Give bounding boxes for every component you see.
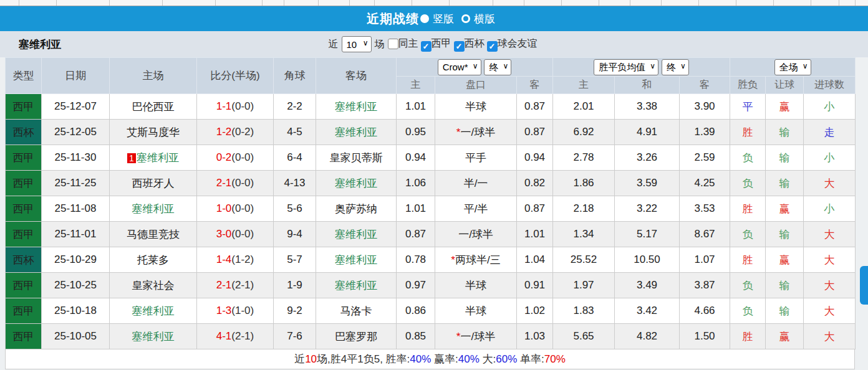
eu-draw-odds: 3.22 [615, 196, 680, 222]
table-column-divider [493, 0, 493, 6]
ah-home-odds: 0.95 [397, 120, 435, 145]
team-name-text: 塞维利亚 [132, 203, 175, 215]
half-time-score: (0-0) [231, 151, 254, 163]
home-team-cell: 塞维利亚 [110, 324, 197, 349]
col-header-home: 主场 [110, 58, 197, 94]
full-time-score: 3-0 [216, 228, 232, 240]
ah-line: *一/球半 [435, 324, 517, 349]
corners-cell: 7-6 [274, 324, 316, 349]
table-column-divider [736, 0, 736, 6]
team-name-text: 艾斯马度华 [127, 126, 180, 138]
half-time-score: (0-0) [231, 177, 254, 189]
table-column-divider [262, 0, 263, 6]
result-goals-text: 大 [824, 178, 835, 189]
type-cell: 西甲 [6, 324, 42, 349]
team-name-text: 塞维利亚 [335, 178, 377, 189]
match-row: 西甲25-12-07巴伦西亚1-1(0-0)2-2塞维利亚1.01半球0.872… [6, 94, 856, 120]
eu-home-odds: 2.78 [553, 145, 615, 171]
filter-bar: 塞维利亚 近 10 ∨ 场 同主✓西甲✓西杯✓球会友谊 [0, 31, 868, 57]
eu-draw-odds: 3.26 [615, 145, 680, 171]
section-title: 近期战绩 [367, 11, 419, 27]
score-cell: 1-2(0-2) [197, 120, 274, 145]
handicap-star: * [451, 254, 455, 266]
result-handicap-text: 输 [779, 126, 790, 138]
filter-checkbox-西杯[interactable]: ✓ [454, 41, 465, 52]
filter-checkbox-label[interactable]: 西甲 [432, 38, 451, 49]
home-team-cell: 艾斯马度华 [110, 120, 197, 145]
horizontal-layout-radio[interactable] [461, 14, 470, 23]
handicap-time-select[interactable]: 终 [484, 59, 511, 75]
date-cell: 25-11-30 [42, 145, 110, 171]
result-wdl: 平 [730, 94, 766, 120]
away-team-cell: 皇家贝蒂斯 [316, 145, 397, 171]
full-time-score: 1-1 [216, 100, 232, 112]
filter-checkbox-球会友谊[interactable]: ✓ [487, 41, 498, 52]
ah-home-odds: 0.94 [397, 145, 435, 171]
half-time-score: (0-0) [231, 228, 254, 240]
side-panel-tab[interactable] [860, 266, 868, 305]
corners-cell: 4-13 [274, 171, 316, 196]
filter-checkbox-label[interactable]: 同主 [398, 38, 418, 49]
subheader-eu-draw: 和 [615, 77, 680, 94]
summary-text-part: 近 [294, 352, 305, 366]
home-team-cell: 马德里竞技 [110, 222, 197, 247]
handicap-line-text: 两球半/三 [455, 254, 501, 266]
team-name-text: 塞维利亚 [335, 254, 377, 266]
table-column-divider [284, 0, 284, 6]
handicap-company-select[interactable]: Crow* [438, 59, 481, 75]
result-wdl-text: 胜 [743, 126, 753, 138]
filter-checkbox-label[interactable]: 西杯 [465, 38, 485, 49]
table-column-divider [56, 0, 57, 6]
result-handicap: 输 [766, 222, 804, 247]
horizontal-layout-label[interactable]: 横版 [474, 12, 495, 26]
result-wdl: 负 [730, 222, 766, 247]
match-row: 西甲25-11-301塞维利亚0-2(0-0)6-4皇家贝蒂斯0.94平手0.9… [6, 145, 856, 171]
recent-label: 近 [329, 38, 339, 51]
result-handicap: 输 [766, 171, 804, 196]
eu-home-odds: 1.34 [553, 222, 615, 247]
score-cell: 1-0(0-0) [197, 196, 274, 222]
europe-odds-select[interactable]: 胜平负均值 [594, 59, 658, 75]
filter-checkbox-label[interactable]: 球会友谊 [498, 38, 538, 49]
result-handicap: 赢 [766, 324, 804, 349]
filter-checkboxes: 同主✓西甲✓西杯✓球会友谊 [388, 37, 540, 52]
result-goals: 大 [804, 222, 856, 247]
team-name-text: 皇家社会 [132, 280, 175, 292]
vertical-layout-radio[interactable] [420, 14, 429, 23]
europe-time-select[interactable]: 终 [662, 59, 689, 75]
subheader-ah-away: 客 [517, 77, 553, 94]
recent-count-select[interactable]: 10 [342, 36, 372, 52]
ah-home-odds: 1.01 [397, 94, 435, 120]
result-goals: 小 [804, 145, 856, 171]
table-column-divider [215, 0, 216, 6]
result-scope-select[interactable]: 全场 [774, 59, 811, 75]
eu-draw-odds: 4.91 [615, 120, 680, 145]
summary-text-part: 40% [410, 353, 431, 366]
full-time-score: 1-4 [216, 254, 232, 265]
ah-away-odds: 0.87 [517, 94, 553, 120]
score-cell: 0-2(0-0) [197, 145, 274, 171]
europe-odds-group-header: 胜平负均值 ∨ 终 ∨ [553, 58, 730, 77]
filter-checkbox-西甲[interactable]: ✓ [421, 41, 432, 52]
home-team-cell: 西班牙人 [110, 171, 197, 196]
handicap-line-text: 一/球半 [460, 126, 495, 138]
vertical-layout-label[interactable]: 竖版 [433, 12, 454, 26]
away-team-cell: 马洛卡 [316, 298, 397, 324]
full-time-score: 1-3 [216, 305, 232, 316]
half-time-score: (2-1) [231, 330, 254, 342]
away-team-cell: 塞维利亚 [316, 273, 397, 298]
result-wdl: 负 [730, 145, 766, 171]
result-wdl-text: 胜 [743, 203, 753, 215]
result-handicap-text: 赢 [779, 331, 790, 343]
table-column-divider [449, 0, 450, 6]
summary-row: 近10场,胜4平1负5, 胜率:40% 赢率:40% 大:60% 单率:70% [5, 349, 855, 369]
home-team-cell: 巴伦西亚 [110, 94, 197, 120]
date-cell: 25-11-25 [42, 171, 110, 196]
subheader-result-handicap: 让球 [766, 77, 804, 94]
summary-text-part: 赢率: [431, 352, 458, 366]
away-team-cell: 塞维利亚 [316, 247, 397, 273]
ah-home-odds: 1.06 [397, 171, 435, 196]
summary-text-part: 场,胜4平1负5, 胜率: [317, 352, 410, 366]
filter-checkbox-同主[interactable] [388, 39, 398, 49]
team-name-text: 塞维利亚 [132, 305, 175, 317]
